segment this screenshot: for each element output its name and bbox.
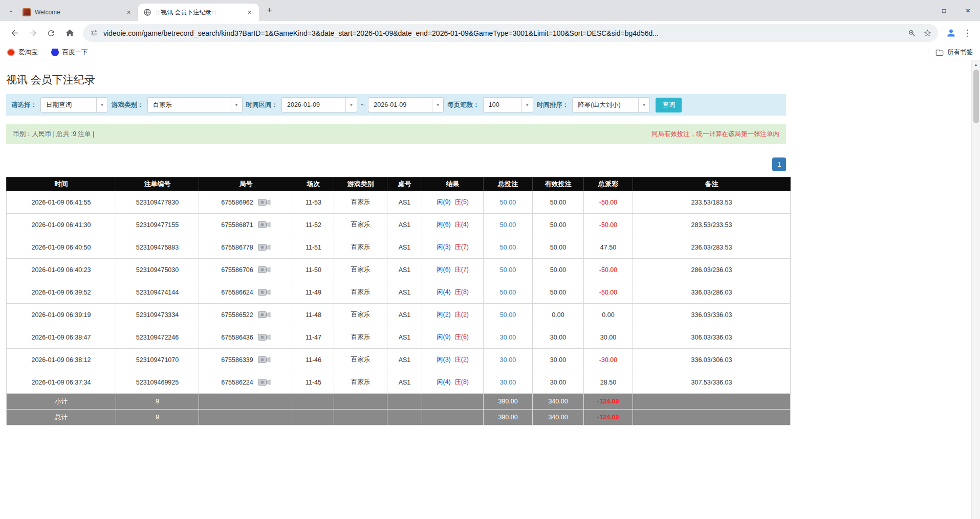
page-title: 视讯 会员下注纪录 — [6, 73, 980, 87]
cell-total-bet: 30.00 — [484, 349, 533, 371]
close-icon[interactable]: × — [245, 8, 254, 17]
result-player: 闲(9) — [437, 333, 451, 341]
sort-label: 时间排序： — [537, 101, 569, 109]
cell-total-bet: 30.00 — [484, 326, 533, 349]
window-controls: — □ ✕ — [908, 0, 980, 21]
cell-round: 675586339 — [199, 349, 293, 371]
scrollbar[interactable]: ▲ — [971, 60, 980, 519]
cell-session: 11-48 — [293, 304, 334, 326]
table-row: 2026-01-09 06:39:52 523109474144 6755866… — [7, 281, 791, 304]
window-close-icon[interactable]: ✕ — [956, 0, 980, 21]
back-icon[interactable] — [5, 24, 24, 42]
video-replay-icon[interactable] — [258, 377, 271, 387]
total-label: 总计 — [7, 410, 116, 425]
site-info-icon[interactable] — [90, 29, 98, 37]
url-text: videoie.com/game/betrecord_search/kind3?… — [103, 29, 904, 37]
bookmark-aitaobao[interactable]: 爱淘宝 — [7, 48, 38, 57]
cell-round: 675586871 — [199, 214, 293, 236]
cell-round: 675586624 — [199, 281, 293, 304]
tab-search-icon[interactable]: ⌄ — [4, 4, 17, 17]
video-replay-icon[interactable] — [258, 220, 271, 230]
chevron-down-icon: ▼ — [96, 98, 107, 112]
scrollbar-thumb[interactable] — [973, 70, 979, 123]
cell-valid-bet: 30.00 — [533, 349, 584, 371]
table-row: 2026-01-09 06:40:50 523109475883 6755867… — [7, 236, 791, 259]
cell-table-no: AS1 — [387, 281, 422, 304]
date-start-select[interactable]: 2026-01-09 ▼ — [281, 97, 357, 112]
cell-game-type: 百家乐 — [334, 191, 387, 214]
video-replay-icon[interactable] — [258, 242, 271, 252]
query-type-select[interactable]: 日期查询 ▼ — [40, 97, 108, 112]
cell-game-type: 百家乐 — [334, 349, 387, 371]
video-replay-icon[interactable] — [258, 355, 271, 365]
video-replay-icon[interactable] — [258, 332, 271, 342]
bookmark-star-icon[interactable] — [920, 26, 935, 41]
cell-valid-bet: 30.00 — [533, 371, 584, 394]
scroll-up-icon[interactable]: ▲ — [972, 60, 980, 69]
video-replay-icon[interactable] — [258, 197, 271, 207]
result-banker: 庄(5) — [454, 198, 469, 206]
globe-icon — [143, 8, 151, 16]
forward-icon[interactable] — [24, 24, 42, 42]
header-result: 结果 — [422, 177, 484, 191]
bookmark-baidu[interactable]: 百度一下 — [51, 48, 88, 57]
cell-table-no: AS1 — [387, 304, 422, 326]
profile-icon[interactable] — [942, 25, 960, 42]
home-icon[interactable] — [60, 24, 79, 42]
cell-note: 286.03/236.03 — [633, 259, 791, 281]
chevron-down-icon: ▼ — [432, 98, 443, 112]
welcome-favicon-icon — [23, 8, 31, 16]
zoom-icon[interactable] — [904, 26, 920, 41]
tab-welcome[interactable]: Welcome × — [17, 4, 138, 21]
cell-table-no: AS1 — [387, 214, 422, 236]
header-payout: 总派彩 — [584, 177, 633, 191]
cell-note: 233.53/183.53 — [633, 191, 791, 214]
close-icon[interactable]: × — [124, 8, 133, 17]
video-replay-icon[interactable] — [258, 265, 271, 275]
subtotal-count: 9 — [116, 394, 199, 410]
cell-valid-bet: 50.00 — [533, 191, 584, 214]
bookmark-label: 爱淘宝 — [18, 48, 38, 57]
sort-select[interactable]: 降幂(由大到小) ▼ — [572, 97, 650, 112]
all-bookmarks-button[interactable]: 所有书签 — [928, 48, 973, 57]
game-type-select[interactable]: 百家乐 ▼ — [147, 97, 243, 112]
page-1-button[interactable]: 1 — [772, 157, 786, 171]
cell-time: 2026-01-09 06:37:34 — [7, 371, 116, 394]
round-number: 675586224 — [221, 379, 253, 386]
cell-result: 闲(6) 庄(4) — [422, 214, 484, 236]
cell-game-type: 百家乐 — [334, 259, 387, 281]
maximize-icon[interactable]: □ — [932, 0, 956, 21]
cell-bet-id: 523109477155 — [116, 214, 199, 236]
cell-valid-bet: 50.00 — [533, 214, 584, 236]
cell-payout: -50.00 — [584, 259, 633, 281]
address-bar[interactable]: videoie.com/game/betrecord_search/kind3?… — [83, 24, 938, 42]
browser-window: ⌄ Welcome × :::视讯 会员下注纪录::: × + — □ ✕ — [0, 0, 980, 519]
round-number: 675586436 — [221, 334, 253, 341]
total-row: 总计 9 390.00 340.00 -124.00 — [7, 410, 791, 425]
cell-time: 2026-01-09 06:38:12 — [7, 349, 116, 371]
folder-icon — [935, 49, 944, 57]
search-button[interactable]: 查询 — [656, 98, 682, 112]
cell-bet-id: 523109471070 — [116, 349, 199, 371]
header-table-no: 桌号 — [387, 177, 422, 191]
summary-bar: 币别：人民币 | 总共 :9 注单 | 同局有效投注，统一计算在该局第一张注单内 — [6, 124, 786, 144]
new-tab-button[interactable]: + — [263, 4, 276, 17]
cell-table-no: AS1 — [387, 236, 422, 259]
menu-dots-icon[interactable]: ⋮ — [960, 25, 975, 42]
cell-total-bet: 50.00 — [484, 259, 533, 281]
date-end-select[interactable]: 2026-01-09 ▼ — [368, 97, 444, 112]
header-note: 备注 — [633, 177, 791, 191]
cell-result: 闲(9) 庄(5) — [422, 191, 484, 214]
cell-time: 2026-01-09 06:38:47 — [7, 326, 116, 349]
tab-bet-records[interactable]: :::视讯 会员下注纪录::: × — [138, 4, 259, 21]
result-banker: 庄(6) — [454, 333, 469, 341]
cell-round: 675586224 — [199, 371, 293, 394]
video-replay-icon[interactable] — [258, 287, 271, 297]
tab-title: :::视讯 会员下注纪录::: — [156, 8, 245, 17]
video-replay-icon[interactable] — [258, 310, 271, 320]
per-page-select[interactable]: 100 ▼ — [483, 97, 533, 112]
minimize-icon[interactable]: — — [908, 0, 932, 21]
cell-valid-bet: 50.00 — [533, 236, 584, 259]
refresh-icon[interactable] — [42, 24, 60, 42]
per-page-label: 每页笔数： — [447, 101, 480, 109]
